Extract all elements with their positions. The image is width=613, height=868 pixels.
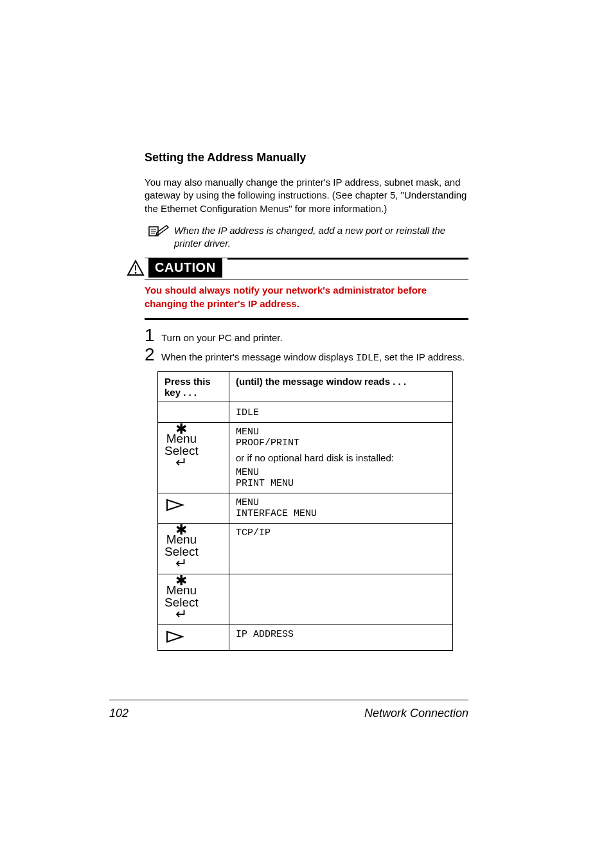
key-cell-menu-select: ✱ Menu Select ↵: [158, 423, 229, 493]
section-heading: Setting the Address Manually: [145, 151, 468, 164]
menu-label: Menu: [164, 584, 199, 596]
caution-label: CAUTION: [148, 258, 222, 278]
step-1-number: 1: [145, 326, 161, 344]
enter-arrow-icon: ↵: [164, 610, 199, 618]
table-row: IDLE: [158, 402, 453, 423]
table-row: MENU INTERFACE MENU: [158, 493, 453, 524]
msg-line: MENU: [236, 427, 446, 438]
msg-cell: TCP/IP: [229, 524, 453, 574]
step-2-post: , set the IP address.: [379, 351, 465, 362]
menu-select-key-icon: ✱ Menu Select ↵: [164, 527, 199, 567]
table-row: ✱ Menu Select ↵ MENU PROOF/PRINT or if n…: [158, 423, 453, 493]
msg-cell: IP ADDRESS: [229, 624, 453, 650]
msg-cell-empty: [229, 574, 453, 625]
menu-select-key-icon: ✱ Menu Select ↵: [164, 578, 199, 618]
th-msg: (until) the message window reads . . .: [229, 372, 453, 402]
msg-cell: MENU INTERFACE MENU: [229, 493, 453, 524]
table-row: ✱ Menu Select ↵ TCP/IP: [158, 524, 453, 574]
msg-line: MENU: [236, 497, 446, 508]
right-triangle-icon: [164, 629, 186, 644]
msg-line: INTERFACE MENU: [236, 508, 446, 519]
key-cell-menu-select: ✱ Menu Select ↵: [158, 524, 229, 574]
enter-arrow-icon: ↵: [164, 458, 199, 466]
msg-cell: IDLE: [229, 402, 453, 423]
msg-line: IP ADDRESS: [236, 629, 446, 640]
step-2-number: 2: [145, 346, 161, 364]
footer-title: Network Connection: [364, 707, 468, 720]
key-cell-menu-select: ✱ Menu Select ↵: [158, 574, 229, 625]
table-row: IP ADDRESS: [158, 624, 453, 650]
key-cell-right: [158, 493, 229, 524]
msg-line: PROOF/PRINT: [236, 438, 446, 448]
caution-text: You should always notify your network's …: [145, 284, 468, 310]
menu-label: Menu: [164, 432, 199, 445]
note-text: When the IP address is changed, add a ne…: [174, 224, 468, 251]
msg-line: PRINT MENU: [236, 478, 446, 489]
msg-line: MENU: [236, 467, 446, 478]
caution-bar: CAUTION: [145, 258, 468, 280]
divider: [145, 318, 468, 320]
svg-point-5: [135, 272, 137, 274]
msg-idle: IDLE: [236, 407, 259, 418]
right-triangle-icon: [164, 497, 186, 513]
enter-arrow-icon: ↵: [164, 559, 199, 567]
step-2-code: IDLE: [356, 353, 379, 364]
warning-triangle-icon: [127, 260, 145, 276]
msg-mid: or if no optional hard disk is installed…: [236, 452, 446, 463]
key-cell-empty: [158, 402, 229, 423]
step-2: 2 When the printer's message window disp…: [145, 346, 468, 365]
table-row: ✱ Menu Select ↵: [158, 574, 453, 625]
step-1-text: Turn on your PC and printer.: [161, 329, 468, 344]
page-number: 102: [109, 707, 129, 720]
menu-label: Menu: [164, 533, 199, 545]
page-footer: 102 Network Connection: [109, 700, 468, 720]
instruction-table: Press this key . . . (until) the message…: [157, 371, 453, 651]
step-2-pre: When the printer's message window displa…: [161, 351, 356, 362]
msg-cell: MENU PROOF/PRINT or if no optional hard …: [229, 423, 453, 493]
note-row: When the IP address is changed, add a ne…: [145, 224, 468, 251]
key-cell-right: [158, 624, 229, 650]
menu-select-key-icon: ✱ Menu Select ↵: [164, 427, 199, 466]
th-key: Press this key . . .: [158, 372, 229, 402]
step-2-text: When the printer's message window displa…: [161, 348, 468, 365]
step-1: 1 Turn on your PC and printer.: [145, 326, 468, 344]
note-pen-icon: [145, 224, 174, 237]
intro-paragraph: You may also manually change the printer…: [145, 176, 468, 215]
msg-line: TCP/IP: [236, 527, 446, 538]
